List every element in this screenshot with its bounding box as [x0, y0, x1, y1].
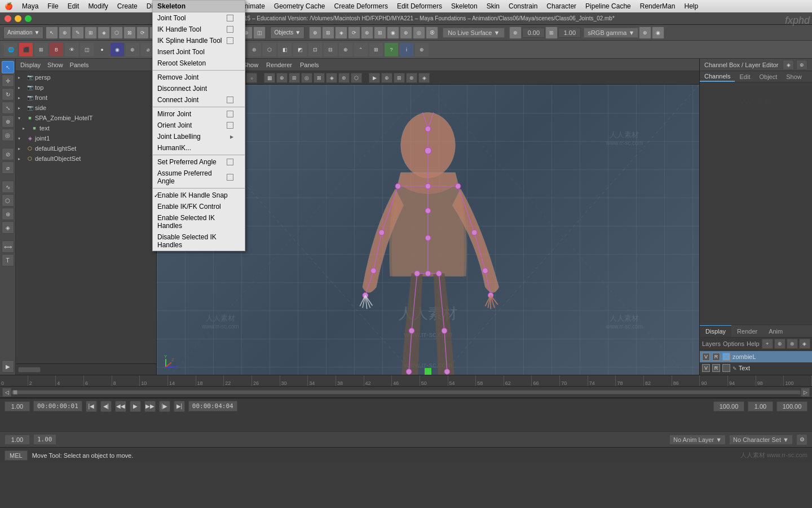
outliner-item-text[interactable]: ▸ ■ text [16, 123, 156, 133]
shelf-icon-red1[interactable]: ⬛ [19, 42, 33, 57]
shelf-icon-24[interactable]: ⊕ [414, 42, 429, 57]
poly-tool-icon[interactable]: ⬡ [2, 194, 14, 207]
vp-btn-8[interactable]: ⬦ [246, 73, 257, 83]
enable-ik-fk-control-item[interactable]: Enable IK/FK Control [153, 201, 245, 212]
current-frame-input[interactable]: 1.00 [33, 434, 56, 445]
snap10[interactable]: ⦿ [426, 27, 438, 39]
play-back-btn[interactable]: ◀◀ [115, 401, 126, 412]
snap3[interactable]: ◈ [335, 27, 347, 39]
help-label[interactable]: Help [747, 340, 760, 347]
scale-tool-icon[interactable]: ⤡ [2, 102, 14, 114]
shelf-icon-batch[interactable]: B [49, 42, 64, 57]
vp-btn-19[interactable]: ⊞ [394, 73, 405, 83]
ik-spline-tool-item[interactable]: IK Spline Handle Tool [153, 35, 245, 46]
char-set-dropdown[interactable]: No Character Set ▼ [729, 435, 793, 445]
options-label[interactable]: Options [723, 340, 744, 347]
outliner-item-joint1[interactable]: ▾ ◈ joint1 [16, 133, 156, 143]
file-menu[interactable]: File [47, 2, 58, 10]
lasso-select-icon[interactable]: ⊘ [2, 148, 14, 160]
outliner-display-menu[interactable]: Display [20, 62, 41, 68]
shelf-icon-sphere[interactable]: ● [95, 42, 109, 57]
timeline-ruler[interactable]: 0 2 4 6 8 10 14 18 22 26 30 34 38 42 46 … [0, 375, 812, 387]
rotate-tool-icon[interactable]: ↻ [2, 88, 14, 100]
skin-menu[interactable]: Skin [487, 2, 500, 10]
range-right-btn[interactable]: ▷ [801, 388, 810, 397]
outliner-item-defaultobjectset[interactable]: ▸ ⬡ defaultObjectSet [16, 154, 156, 164]
paint-select-icon[interactable]: ⌀ [2, 161, 14, 174]
range-slider[interactable]: ◁ ▷ [0, 387, 812, 398]
disconnect-joint-item[interactable]: Disconnect Joint [153, 83, 245, 94]
go-end-btn[interactable]: ▶| [174, 401, 185, 412]
layer-row-zombie[interactable]: V R zombieL [700, 351, 812, 362]
layer-row-text[interactable]: V R ✎ Text [700, 362, 812, 374]
vp-btn-14[interactable]: ◈ [326, 73, 337, 83]
layer-vis-zombie[interactable]: V [702, 353, 710, 361]
snap7[interactable]: ◉ [387, 27, 399, 39]
layer-btn-2[interactable]: ⊕ [774, 339, 785, 349]
shelf-icon-20[interactable]: ⊕ [338, 42, 353, 57]
icon-a[interactable]: ⊕ [509, 27, 522, 39]
render-tab[interactable]: Render [731, 325, 763, 337]
vp-btn-16[interactable]: ⬡ [351, 73, 362, 83]
set-preferred-angle-item[interactable]: Set Preferred Angle [153, 156, 245, 168]
outliner-item-persp[interactable]: ▸ 📷 persp [16, 72, 156, 82]
maximize-button[interactable] [25, 15, 32, 22]
end-frame-input[interactable] [713, 401, 744, 411]
character-menu[interactable]: Character [546, 2, 576, 10]
vp-btn-21[interactable]: ◈ [418, 73, 430, 83]
vp-btn-15[interactable]: ⊛ [338, 73, 350, 83]
mel-label[interactable]: MEL [5, 450, 28, 461]
channel-box-btn1[interactable]: ◈ [783, 60, 794, 70]
shelf-icon-19[interactable]: ⊟ [323, 42, 338, 57]
play-btn[interactable]: ▶ [130, 401, 141, 412]
vp-renderer-menu[interactable]: Renderer [266, 62, 292, 68]
shelf-icon-14[interactable]: ⊛ [247, 42, 262, 57]
icon4[interactable]: ◈ [98, 27, 110, 39]
enable-ik-handle-snap-item[interactable]: Enable IK Handle Snap [153, 190, 245, 201]
joint-tool-item[interactable]: Joint Tool [153, 12, 245, 24]
shelf-icon-info[interactable]: i [399, 42, 414, 57]
close-button[interactable] [5, 15, 11, 22]
edit-deformers-menu[interactable]: Edit Deformers [397, 2, 442, 10]
renderman-menu[interactable]: RenderMan [640, 2, 676, 10]
current-time-input[interactable] [5, 435, 30, 445]
vp-btn-10[interactable]: ⊕ [276, 73, 288, 83]
icon5[interactable]: ⬡ [111, 27, 123, 39]
outliner-item-front[interactable]: ▸ 📷 front [16, 93, 156, 103]
icon6[interactable]: ⊠ [123, 27, 136, 39]
measure-icon[interactable]: ⟺ [2, 240, 14, 253]
start-frame-input[interactable] [5, 401, 30, 411]
enable-selected-ik-item[interactable]: Enable Selected IK Handles [153, 212, 245, 231]
layer-btn-1[interactable]: + [762, 339, 773, 349]
layer-btn-3[interactable]: ⊗ [787, 339, 798, 349]
step-fwd-btn[interactable]: |▶ [159, 401, 170, 412]
edit-menu[interactable]: Edit [68, 2, 80, 10]
shelf-icon-6[interactable]: ⊕ [125, 42, 140, 57]
anim-layer-dropdown[interactable]: No Anim Layer ▼ [669, 435, 726, 445]
icon-b[interactable]: ⊞ [545, 27, 558, 39]
range-end-input[interactable] [776, 401, 807, 411]
gamma-dropdown[interactable]: sRGB gamma ▼ [584, 28, 638, 38]
insert-joint-tool-item[interactable]: Insert Joint Tool [153, 46, 245, 58]
lasso-tool[interactable]: ⊕ [59, 27, 71, 39]
shelf-icon-15[interactable]: ⬡ [262, 42, 277, 57]
display-tab[interactable]: Display [700, 325, 731, 337]
icon7[interactable]: ⟳ [136, 27, 149, 39]
snap6[interactable]: ⊞ [374, 27, 386, 39]
connect-joint-item[interactable]: Connect Joint [153, 94, 245, 106]
help-menu[interactable]: Help [684, 2, 698, 10]
snap8[interactable]: ⊕ [400, 27, 412, 39]
disable-selected-ik-item[interactable]: Disable Selected IK Handles [153, 231, 245, 251]
ik-handle-tool-item[interactable]: IK Handle Tool [153, 24, 245, 35]
edit-tab[interactable]: Edit [735, 71, 754, 82]
vp-btn-20[interactable]: ⊗ [406, 73, 417, 83]
apple-menu[interactable]: 🍎 [5, 2, 13, 10]
snap9[interactable]: ◎ [413, 27, 425, 39]
shelf-icon-22[interactable]: ⊞ [369, 42, 383, 57]
vp-panels-menu[interactable]: Panels [300, 62, 319, 68]
shelf-icon-4[interactable]: ◫ [80, 42, 94, 57]
outliner-scrollbar-h[interactable] [16, 364, 156, 375]
assume-preferred-angle-item[interactable]: Assume Preferred Angle [153, 168, 245, 187]
shelf-icon-16[interactable]: ◧ [277, 42, 292, 57]
anim-tab[interactable]: Anim [763, 325, 788, 337]
